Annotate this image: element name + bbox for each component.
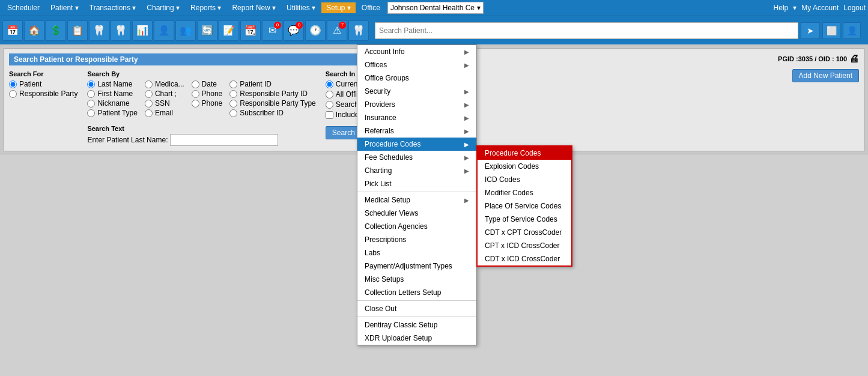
radio-nickname-input[interactable] [87, 100, 95, 108]
menu-collection-agencies[interactable]: Collection Agencies [357, 220, 476, 233]
office-selector[interactable]: Johnson Dental Health Ce ▾ [387, 2, 484, 14]
people-icon-btn[interactable]: 👥 [175, 20, 196, 41]
nav-reports[interactable]: Reports ▾ [186, 2, 226, 13]
menu-providers[interactable]: Providers ▶ [357, 98, 476, 111]
list-icon-btn[interactable]: 📝 [219, 20, 239, 41]
nav-my-account[interactable]: My Account [801, 4, 839, 12]
dollar-icon-btn[interactable]: 💲 [46, 20, 66, 41]
patient-profile-icon-btn[interactable]: 👤 [843, 22, 861, 39]
menu-close-out[interactable]: Close Out [357, 302, 476, 315]
radio-medical-input[interactable] [145, 80, 153, 88]
submenu-cdt-icd[interactable]: CDT x ICD CrossCoder [478, 252, 571, 265]
menu-payment-types[interactable]: Payment/Adjustment Types [357, 259, 476, 273]
scheduler-icon-btn[interactable]: 📅 [2, 20, 23, 41]
icon-bar: 📅 🏠 💲 📋 🦷 🦷 📊 👤 👥 🔄 📝 📆 ✉ 0 💬 0 🕐 ⚠ 7 🦷 … [0, 16, 868, 44]
radio-firstname-input[interactable] [87, 90, 95, 98]
radio-resppartytype-input[interactable] [229, 100, 237, 108]
radio-patientid-input[interactable] [229, 80, 237, 88]
menu-security[interactable]: Security ▶ [357, 85, 476, 98]
menu-fee-schedules[interactable]: Fee Schedules ▶ [357, 151, 476, 164]
menu-scheduler-views[interactable]: Scheduler Views [357, 207, 476, 220]
submenu-cdt-cpt[interactable]: CDT x CPT CrossCoder [478, 226, 571, 239]
submenu-type-of-service[interactable]: Type of Service Codes [478, 213, 571, 226]
search-text-input[interactable] [170, 134, 278, 146]
nav-report-new[interactable]: Report New ▾ [227, 2, 281, 13]
menu-dentiray-classic[interactable]: Dentiray Classic Setup [357, 318, 476, 332]
tooth-icon-btn[interactable]: 🦷 [89, 20, 109, 41]
search-by-label: Search By [87, 70, 315, 77]
nav-transactions[interactable]: Transactions ▾ [85, 2, 141, 13]
submenu-arrow-procedure: ▶ [464, 141, 469, 148]
radio-date: Date [192, 80, 223, 88]
radio-office-group-input[interactable] [326, 101, 333, 109]
radio-resppartyid-input[interactable] [229, 90, 237, 98]
home-icon-btn[interactable]: 🏠 [24, 20, 44, 41]
submenu-arrow-offices: ▶ [464, 62, 469, 68]
radio-responsible-input[interactable] [9, 90, 17, 98]
radio-subscriberid-input[interactable] [229, 109, 237, 117]
radio-email-input[interactable] [145, 109, 153, 117]
submenu-cpt-icd[interactable]: CPT x ICD CrossCoder [478, 239, 571, 252]
menu-misc-setups[interactable]: Misc Setups [357, 273, 476, 286]
radio-ssn-input[interactable] [145, 100, 153, 108]
patient-search-button[interactable]: ➤ [801, 22, 820, 39]
search-by-col3: Date Phone Phone [192, 80, 223, 118]
radio-all-offices-input[interactable] [326, 91, 333, 99]
radio-patient-input[interactable] [9, 80, 17, 88]
menu-office-groups[interactable]: Office Groups [357, 71, 476, 85]
radio-patienttype-input[interactable] [87, 109, 95, 117]
nav-charting[interactable]: Charting ▾ [142, 2, 184, 13]
menu-prescriptions[interactable]: Prescriptions [357, 233, 476, 246]
nav-office[interactable]: Office [357, 2, 385, 13]
radio-current-office-input[interactable] [326, 80, 333, 88]
calendar-icon-btn[interactable]: 📆 [240, 20, 261, 41]
nav-scheduler[interactable]: Scheduler [2, 2, 44, 13]
submenu-modifier-codes[interactable]: Modifier Codes [478, 186, 571, 199]
enter-label: Enter Patient Last Name: [87, 136, 168, 144]
xray-icon-btn[interactable]: 🦷 [348, 20, 369, 41]
radio-chart-input[interactable] [145, 90, 153, 98]
add-new-patient-button[interactable]: Add New Patient [792, 69, 859, 82]
nav-help[interactable]: Help [774, 4, 789, 12]
submenu-place-of-service[interactable]: Place Of Service Codes [478, 199, 571, 213]
checkbox-inactive-input[interactable] [326, 111, 333, 119]
transfer-icon-btn[interactable]: 🔄 [197, 20, 217, 41]
radio-phone1-input[interactable] [192, 90, 199, 98]
nav-setup[interactable]: Setup ▾ [321, 2, 356, 13]
search-text-label: Search Text [87, 125, 124, 132]
search-button[interactable]: Search [326, 126, 362, 139]
menu-procedure-codes[interactable]: Procedure Codes ▶ [357, 138, 476, 151]
menu-insurance[interactable]: Insurance ▶ [357, 111, 476, 124]
radio-date-input[interactable] [192, 80, 199, 88]
nav-utilities[interactable]: Utilities ▾ [282, 2, 320, 13]
menu-referrals[interactable]: Referrals ▶ [357, 124, 476, 138]
clock-icon-btn[interactable]: 🕐 [305, 20, 326, 41]
menu-xdr-uploader[interactable]: XDR Uploader Setup [357, 332, 476, 345]
nav-logout[interactable]: Logout [843, 4, 866, 12]
report-icon-btn[interactable]: 📊 [132, 20, 153, 41]
submenu-icd-codes[interactable]: ICD Codes [478, 173, 571, 186]
patient-photo-icon-btn[interactable]: ⬜ [822, 22, 840, 39]
person-add-icon-btn[interactable]: 👤 [154, 20, 174, 41]
radio-phone2-input[interactable] [192, 100, 199, 108]
radio-phone2: Phone [192, 99, 223, 108]
menu-charting[interactable]: Charting ▶ [357, 164, 476, 177]
submenu-procedure-codes[interactable]: Procedure Codes [478, 147, 571, 160]
menu-pick-list[interactable]: Pick List [357, 177, 476, 190]
menu-offices[interactable]: Offices ▶ [357, 58, 476, 71]
radio-lastname-input[interactable] [87, 80, 95, 88]
patient-search-input[interactable] [375, 22, 798, 39]
radio-chart: Chart ; [145, 89, 184, 98]
tooth2-icon-btn[interactable]: 🦷 [111, 20, 131, 41]
main-content: Search Patient or Responsible Party Sear… [0, 44, 868, 155]
nav-patient[interactable]: Patient ▾ [46, 2, 83, 13]
ledger-icon-btn[interactable]: 📋 [67, 20, 88, 41]
radio-nickname: Nickname [87, 99, 138, 108]
menu-medical-setup[interactable]: Medical Setup ▶ [357, 193, 476, 207]
menu-account-info[interactable]: Account Info ▶ [357, 45, 476, 58]
submenu-explosion-codes[interactable]: Explosion Codes [478, 160, 571, 173]
print-icon[interactable]: 🖨 [849, 53, 859, 64]
menu-collection-letters[interactable]: Collection Letters Setup [357, 286, 476, 299]
radio-subscriberid: Subscriber ID [229, 109, 316, 117]
menu-labs[interactable]: Labs [357, 246, 476, 259]
